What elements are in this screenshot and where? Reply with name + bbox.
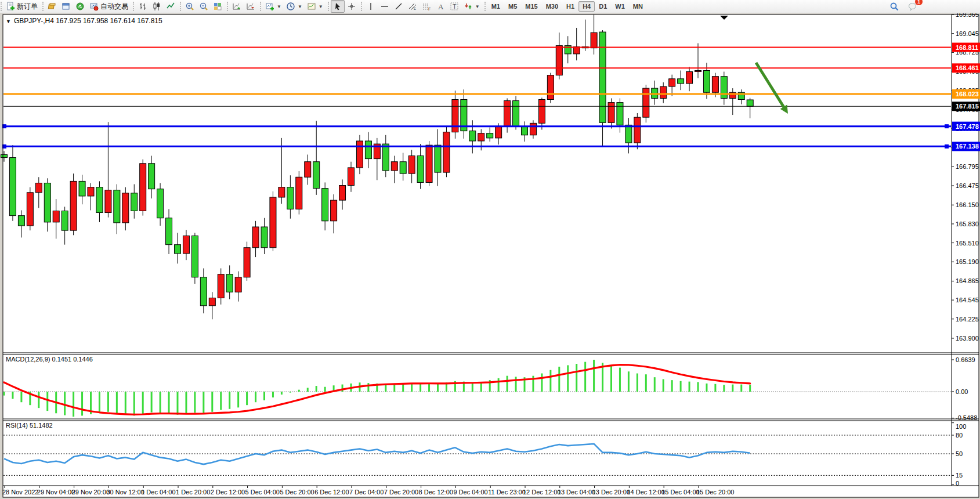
price-badge-label: 167.815 [956, 103, 979, 110]
chart-window[interactable]: 169.365169.045168.725168.405168.085167.7… [0, 13, 980, 499]
hline-anchor-marker[interactable] [945, 144, 949, 149]
search-button[interactable] [887, 0, 901, 13]
candle-body [452, 100, 458, 132]
bars-view-icon [138, 2, 147, 11]
zoom-in-button[interactable] [183, 0, 197, 13]
time-axis-label: 2 Dec 12:00 [211, 489, 245, 496]
candle-body [435, 145, 441, 172]
rsi-axis-label: 80 [956, 432, 963, 439]
toolbar-group [226, 0, 259, 13]
new-order-button[interactable]: 新订单 [3, 0, 40, 13]
vertical-line-button[interactable] [364, 0, 378, 13]
price-axis-label: 166.150 [956, 201, 979, 208]
autotrading-button[interactable]: 自动交易 [87, 0, 131, 13]
channel-button[interactable]: E [406, 0, 420, 13]
timeframe-mn-button[interactable]: MN [629, 1, 647, 12]
dropdown-arrow-icon: ▼ [277, 4, 281, 9]
price-chart[interactable]: 169.365169.045168.725168.405168.085167.7… [0, 13, 980, 499]
chart-background[interactable] [3, 15, 979, 497]
timeframe-m30-button[interactable]: M30 [542, 1, 562, 12]
zoom-out-icon [199, 2, 208, 11]
candle-body [157, 189, 164, 218]
price-badge-label: 168.461 [956, 64, 979, 71]
template-button[interactable] [45, 0, 59, 13]
candle-body [9, 158, 16, 216]
candle-body [261, 227, 267, 248]
cursor-button[interactable] [331, 0, 345, 13]
indicators-list-button[interactable]: ▼ [305, 0, 326, 13]
candle-body [625, 125, 632, 143]
label-button[interactable]: T [447, 0, 461, 13]
rsi-axis-label: 0 [956, 480, 959, 487]
candles-view-icon [152, 2, 161, 11]
svg-text:A: A [438, 2, 444, 11]
line-view-icon [166, 2, 175, 11]
candle-body [591, 32, 597, 48]
indicators-list-icon [307, 2, 316, 11]
time-axis-label: 8 Dec 12:00 [419, 489, 453, 496]
bars-view-button[interactable] [136, 0, 150, 13]
price-axis-label: 165.830 [956, 220, 979, 227]
macd-axis-label: -0.5488 [956, 414, 977, 421]
period-button[interactable]: ▼ [284, 0, 305, 13]
candle-body [365, 141, 371, 159]
candle-body [140, 164, 146, 211]
timeframe-m5-button[interactable]: M5 [504, 1, 521, 12]
crosshair-button[interactable] [345, 0, 359, 13]
arrows-button[interactable]: ▼ [461, 0, 482, 13]
time-axis-label: 7 Dec 20:00 [384, 489, 418, 496]
zoom-out-button[interactable] [197, 0, 211, 13]
new-chart-button[interactable]: ▼ [263, 0, 284, 13]
mt4-terminal: 新订单自动交易▼▼▼EFAT▼M1M5M15M30H1H4D1W1MN1 169… [0, 0, 980, 499]
line-view-button[interactable] [164, 0, 178, 13]
dropdown-arrow-icon: ▼ [475, 4, 480, 9]
horizontal-line-button[interactable] [378, 0, 392, 13]
price-axis-label: 164.545 [956, 296, 979, 303]
timeframe-group: M1M5M15M30H1H4D1W1MN [484, 0, 649, 13]
timeframe-h1-button[interactable]: H1 [562, 1, 578, 12]
time-axis-label: 7 Dec 04:00 [349, 489, 384, 496]
price-axis-label: 166.475 [956, 182, 979, 189]
market-watch-button[interactable] [73, 0, 87, 13]
chart-shift-button[interactable] [244, 0, 258, 13]
fibonacci-button[interactable]: F [420, 0, 433, 13]
candle-body [296, 177, 302, 209]
candles-view-button[interactable] [150, 0, 164, 13]
profiles-button[interactable] [59, 0, 73, 13]
hline-anchor-marker[interactable] [945, 124, 949, 128]
candle-body [400, 162, 406, 173]
horizontal-line-icon [380, 2, 389, 11]
candle-body [356, 141, 363, 168]
timeframe-m1-button[interactable]: M1 [487, 1, 504, 12]
candle-body [62, 211, 68, 230]
time-axis-label: 1 Dec 20:00 [176, 489, 210, 496]
timeframe-w1-button[interactable]: W1 [611, 1, 629, 12]
candle-body [252, 227, 259, 248]
candle-body [408, 156, 415, 173]
autotrading-button-label: 自动交易 [100, 2, 128, 12]
toolbar-group [179, 0, 226, 13]
trendline-button[interactable] [392, 0, 406, 13]
timeframe-m15-button[interactable]: M15 [521, 1, 541, 12]
text-button[interactable]: A [433, 0, 447, 13]
notifications-button[interactable]: 1 [906, 0, 920, 13]
candle-body [678, 79, 684, 84]
candle-body [712, 77, 718, 93]
price-badge-label: 168.811 [956, 44, 978, 51]
rsi-axis-label: 15 [956, 472, 963, 479]
time-axis-label: 5 Dec 20:00 [280, 489, 314, 496]
candle-body [96, 187, 103, 213]
candle-body [487, 133, 493, 138]
auto-scroll-button[interactable] [230, 0, 244, 13]
timeframe-h4-button[interactable]: H4 [578, 1, 595, 12]
candle-body [695, 70, 701, 71]
tile-windows-button[interactable] [211, 0, 225, 13]
candle-body [313, 162, 320, 189]
toolbar-group: 自动交易 [42, 0, 132, 13]
candle-body [200, 277, 207, 306]
candle-body [105, 190, 111, 213]
timeframe-d1-button[interactable]: D1 [595, 1, 611, 12]
trendline-icon [394, 2, 403, 11]
chart-shift-icon [246, 2, 255, 11]
toolbar-group: EFAT▼ [360, 0, 484, 13]
